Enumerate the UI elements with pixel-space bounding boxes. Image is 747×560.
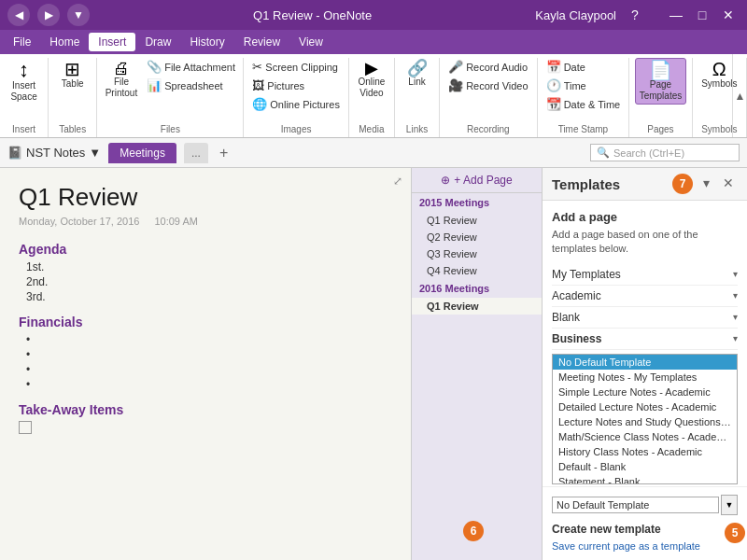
category-academic[interactable]: Academic ▾ bbox=[552, 286, 738, 307]
section-2015-meetings[interactable]: 2015 Meetings bbox=[412, 193, 542, 212]
link-button[interactable]: 🔗 Link bbox=[401, 58, 434, 90]
online-video-button[interactable]: ▶ OnlineVideo bbox=[354, 58, 388, 101]
quick-access-button[interactable]: ▼ bbox=[67, 4, 90, 26]
online-pictures-button[interactable]: 🌐 Online Pictures bbox=[248, 95, 344, 113]
template-item-5[interactable]: Math/Science Class Notes - Academic bbox=[553, 429, 737, 444]
template-item-8[interactable]: Statement - Blank bbox=[553, 474, 737, 484]
page-q3-2015[interactable]: Q3 Review bbox=[412, 245, 542, 262]
menu-insert[interactable]: Insert bbox=[89, 33, 135, 51]
insert-space-button[interactable]: ↕ InsertSpace bbox=[6, 58, 43, 105]
forward-button[interactable]: ▶ bbox=[37, 4, 60, 26]
add-tab-button[interactable]: + bbox=[216, 145, 232, 161]
record-video-button[interactable]: 🎥 Record Video bbox=[444, 77, 531, 94]
business-label: Business bbox=[552, 332, 601, 345]
notebook-name[interactable]: 📓 NST Notes ▼ bbox=[7, 146, 101, 160]
page-q1-2016[interactable]: Q1 Review bbox=[412, 298, 542, 315]
title-bar-title: Q1 Review - OneNote bbox=[90, 8, 535, 22]
menu-home[interactable]: Home bbox=[40, 33, 89, 51]
back-button[interactable]: ◀ bbox=[7, 4, 30, 26]
templates-panel: Templates 7 ▾ ✕ Add a page Add a page ba… bbox=[542, 168, 747, 560]
note-expand-button[interactable]: ⤢ bbox=[388, 172, 407, 190]
template-item-4[interactable]: Lecture Notes and Study Questions - Ac bbox=[553, 414, 737, 429]
templates-close-button[interactable]: ✕ bbox=[719, 174, 738, 192]
menu-draw[interactable]: Draw bbox=[135, 33, 180, 51]
minimize-button[interactable]: — bbox=[665, 6, 687, 24]
table-button[interactable]: ⊞ Table bbox=[54, 58, 92, 91]
table-icon: ⊞ bbox=[64, 60, 80, 78]
note-time-value: 10:09 AM bbox=[154, 216, 197, 227]
record-audio-button[interactable]: 🎤 Record Audio bbox=[444, 58, 531, 76]
note-area: ⤢ Q1 Review Monday, October 17, 2016 10:… bbox=[0, 168, 411, 560]
page-templates-button[interactable]: 📄 PageTemplates bbox=[635, 58, 687, 105]
page-q4-2015[interactable]: Q4 Review bbox=[412, 262, 542, 279]
financial-item-2: • bbox=[26, 348, 392, 361]
templates-footer: No Default Template ▼ Create new templat… bbox=[543, 486, 747, 560]
restore-button[interactable]: □ bbox=[691, 6, 713, 24]
ribbon-group-media: ▶ OnlineVideo Media bbox=[349, 58, 395, 137]
notebook-bar: 📓 NST Notes ▼ Meetings ... + 🔍 Search (C… bbox=[0, 138, 747, 168]
page-q2-2015[interactable]: Q2 Review bbox=[412, 229, 542, 245]
ribbon-group-recording: 🎤 Record Audio 🎥 Record Video Recording bbox=[440, 58, 537, 137]
user-name: Kayla Claypool bbox=[535, 8, 616, 22]
templates-collapse-button[interactable]: ▾ bbox=[697, 174, 715, 192]
close-button[interactable]: ✕ bbox=[717, 6, 740, 24]
agenda-item-3: 3rd. bbox=[26, 290, 392, 303]
ribbon-collapse-button[interactable]: ▲ bbox=[732, 54, 747, 137]
spreadsheet-button[interactable]: 📊 Spreadsheet bbox=[143, 77, 239, 94]
page-templates-icon: 📄 bbox=[649, 61, 672, 79]
financial-item-1: • bbox=[26, 333, 392, 346]
save-template-link[interactable]: Save current page as a template bbox=[552, 540, 700, 552]
ribbon-recording-content: 🎤 Record Audio 🎥 Record Video bbox=[444, 58, 531, 122]
ribbon-images-content: ✂ Screen Clipping 🖼 Pictures 🌐 Online Pi… bbox=[248, 58, 344, 122]
help-button[interactable]: ? bbox=[624, 6, 646, 24]
category-business[interactable]: Business ▾ bbox=[552, 329, 738, 350]
academic-label: Academic bbox=[552, 289, 601, 302]
note-checkbox[interactable] bbox=[19, 421, 32, 434]
menu-review[interactable]: Review bbox=[234, 33, 289, 51]
attachment-label: File Attachment bbox=[164, 62, 235, 73]
template-item-7[interactable]: Default - Blank bbox=[553, 459, 737, 474]
template-item-0[interactable]: No Default Template bbox=[553, 355, 737, 370]
my-templates-arrow: ▾ bbox=[733, 269, 738, 279]
file-printout-button[interactable]: 🖨 FilePrintout bbox=[102, 58, 141, 101]
search-box[interactable]: 🔍 Search (Ctrl+E) bbox=[590, 144, 740, 161]
template-item-3[interactable]: Detailed Lecture Notes - Academic bbox=[553, 399, 737, 414]
screen-clipping-button[interactable]: ✂ Screen Clipping bbox=[248, 58, 344, 76]
notebook-label: NST Notes bbox=[26, 146, 85, 160]
template-item-6[interactable]: History Class Notes - Academic bbox=[553, 444, 737, 459]
category-my-templates[interactable]: My Templates ▾ bbox=[552, 264, 738, 286]
template-listbox[interactable]: No Default Template Meeting Notes - My T… bbox=[552, 354, 738, 484]
tab-meetings[interactable]: Meetings bbox=[108, 143, 176, 163]
images-buttons: ✂ Screen Clipping 🖼 Pictures 🌐 Online Pi… bbox=[248, 58, 344, 113]
ribbon-tables-label: Tables bbox=[59, 122, 86, 137]
ribbon-group-images: ✂ Screen Clipping 🖼 Pictures 🌐 Online Pi… bbox=[244, 58, 348, 137]
time-button[interactable]: 🕐 Time bbox=[543, 77, 625, 94]
pictures-button[interactable]: 🖼 Pictures bbox=[248, 77, 344, 94]
template-select-arrow[interactable]: ▼ bbox=[721, 495, 738, 515]
files-buttons: 🖨 FilePrintout 📎 File Attachment 📊 Sprea… bbox=[102, 58, 239, 101]
date-button[interactable]: 📅 Date bbox=[543, 58, 625, 76]
my-templates-label: My Templates bbox=[552, 268, 621, 281]
spreadsheet-label: Spreadsheet bbox=[164, 80, 222, 91]
menu-history[interactable]: History bbox=[180, 33, 233, 51]
file-attachment-button[interactable]: 📎 File Attachment bbox=[143, 58, 239, 76]
ribbon-recording-label: Recording bbox=[467, 122, 510, 137]
search-placeholder: Search (Ctrl+E) bbox=[613, 147, 684, 159]
section-2016-meetings[interactable]: 2016 Meetings bbox=[412, 279, 542, 298]
date-time-button[interactable]: 📆 Date & Time bbox=[543, 95, 625, 113]
link-icon: 🔗 bbox=[407, 60, 428, 77]
template-item-1[interactable]: Meeting Notes - My Templates bbox=[553, 370, 737, 385]
page-q1-2015[interactable]: Q1 Review bbox=[412, 212, 542, 229]
ribbon-group-pages: 📄 PageTemplates Pages bbox=[629, 58, 692, 137]
tab-more[interactable]: ... bbox=[184, 143, 208, 163]
menu-file[interactable]: File bbox=[4, 33, 40, 51]
add-page-button[interactable]: ⊕ + Add Page bbox=[412, 168, 542, 193]
template-select-box[interactable]: No Default Template bbox=[552, 497, 719, 513]
time-icon: 🕐 bbox=[546, 78, 561, 92]
search-icon: 🔍 bbox=[597, 147, 610, 159]
title-bar: ◀ ▶ ▼ Q1 Review - OneNote Kayla Claypool… bbox=[0, 0, 747, 30]
template-item-2[interactable]: Simple Lecture Notes - Academic bbox=[553, 385, 737, 399]
category-blank[interactable]: Blank ▾ bbox=[552, 307, 738, 329]
menu-view[interactable]: View bbox=[289, 33, 332, 51]
record-audio-label: Record Audio bbox=[466, 62, 528, 73]
